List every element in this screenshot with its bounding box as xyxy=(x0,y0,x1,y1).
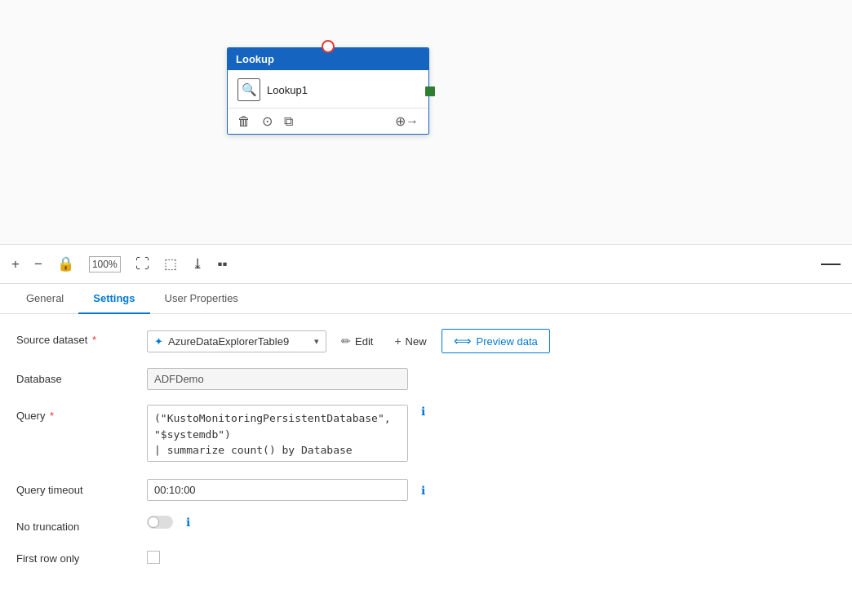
query-control: ("KustoMonitoringPersistentDatabase", "$… xyxy=(147,405,836,464)
fit-view-icon[interactable]: ⛶ xyxy=(135,256,149,273)
canvas-area: Lookup 🔍 Lookup1 🗑 ⊙ ⧉ ⊕→ xyxy=(0,0,852,245)
toolbar: + − 🔒 100% ⛶ ⬚ ⤓ ▪▪ xyxy=(0,245,852,284)
query-timeout-input[interactable] xyxy=(147,479,408,501)
query-timeout-control: ℹ xyxy=(147,479,836,501)
node-title: Lookup xyxy=(236,53,274,65)
edit-button[interactable]: ✏ Edit xyxy=(335,330,379,352)
source-dataset-value: AzureDataExplorerTable9 xyxy=(168,335,289,348)
first-row-only-checkbox-wrapper xyxy=(147,547,836,564)
query-label: Query * xyxy=(16,405,147,422)
lookup-node-body: 🔍 Lookup1 xyxy=(228,70,428,109)
no-truncation-toggle[interactable] xyxy=(147,516,173,529)
tab-settings[interactable]: Settings xyxy=(78,284,149,314)
node-actions: 🗑 ⊙ ⧉ ⊕→ xyxy=(228,109,428,134)
new-label: New xyxy=(406,335,427,348)
source-dataset-dropdown[interactable]: ✦ AzureDataExplorerTable9 ▾ xyxy=(147,330,326,352)
edit-label: Edit xyxy=(355,335,373,348)
preview-label: Preview data xyxy=(477,335,538,348)
settings-icon[interactable]: ⊙ xyxy=(262,113,273,129)
copy-icon[interactable]: ⧉ xyxy=(284,114,293,129)
lookup-node[interactable]: Lookup 🔍 Lookup1 🗑 ⊙ ⧉ ⊕→ xyxy=(227,47,429,135)
toggle-thumb xyxy=(148,516,159,528)
tabs: General Settings User Properties xyxy=(0,284,852,314)
preview-icon: ⟺ xyxy=(454,334,472,348)
preview-data-button[interactable]: ⟺ Preview data xyxy=(442,329,550,353)
toolbar-separator xyxy=(821,264,841,265)
lock-icon[interactable]: 🔒 xyxy=(57,255,74,273)
dropdown-caret-icon: ▾ xyxy=(314,336,319,347)
first-row-only-label: First row only xyxy=(16,547,147,565)
adx-icon: ✦ xyxy=(154,335,163,348)
node-label: Lookup1 xyxy=(267,84,308,96)
no-truncation-row: No truncation ℹ xyxy=(16,516,836,533)
query-timeout-label: Query timeout xyxy=(16,479,147,496)
search-icon: 🔍 xyxy=(242,82,257,97)
no-truncation-label: No truncation xyxy=(16,516,147,533)
query-textarea-wrapper: ("KustoMonitoringPersistentDatabase", "$… xyxy=(147,405,408,464)
first-row-only-control xyxy=(147,547,836,564)
timeout-info-icon[interactable]: ℹ xyxy=(421,484,425,497)
auto-layout-icon[interactable]: ⤓ xyxy=(192,255,203,273)
zoom-out-icon[interactable]: − xyxy=(34,256,42,273)
node-output-port xyxy=(425,86,435,96)
source-dataset-label: Source dataset * xyxy=(16,329,147,346)
source-dataset-control: ✦ AzureDataExplorerTable9 ▾ ✏ Edit + New… xyxy=(147,329,836,353)
no-truncation-control: ℹ xyxy=(147,516,836,529)
database-row: Database xyxy=(16,368,836,390)
select-icon[interactable]: ⬚ xyxy=(164,255,177,273)
query-row: Query * ("KustoMonitoringPersistentDatab… xyxy=(16,405,836,464)
settings-panel: Source dataset * ✦ AzureDataExplorerTabl… xyxy=(0,314,852,594)
first-row-only-row: First row only xyxy=(16,547,836,565)
lookup-icon-box: 🔍 xyxy=(237,78,260,101)
connect-icon[interactable]: ⊕→ xyxy=(395,113,419,129)
plus-icon: + xyxy=(394,335,401,348)
zoom-in-icon[interactable]: + xyxy=(11,256,20,273)
first-row-only-checkbox[interactable] xyxy=(147,551,160,564)
required-star: * xyxy=(89,334,96,346)
query-timeout-row: Query timeout ℹ xyxy=(16,479,836,501)
zoom-100-icon[interactable]: 100% xyxy=(89,256,121,273)
new-button[interactable]: + New xyxy=(388,330,433,352)
no-truncation-info-icon[interactable]: ℹ xyxy=(186,516,190,529)
query-required-star: * xyxy=(47,410,54,422)
database-input[interactable] xyxy=(147,368,408,390)
source-dataset-row: Source dataset * ✦ AzureDataExplorerTabl… xyxy=(16,329,836,353)
tab-general[interactable]: General xyxy=(11,284,78,314)
tab-user-properties[interactable]: User Properties xyxy=(150,284,253,314)
pencil-icon: ✏ xyxy=(341,335,351,348)
database-label: Database xyxy=(16,368,147,385)
no-truncation-toggle-wrapper: ℹ xyxy=(147,516,836,529)
query-textarea[interactable]: ("KustoMonitoringPersistentDatabase", "$… xyxy=(147,405,408,462)
query-info-icon[interactable]: ℹ xyxy=(421,405,425,418)
layers-icon[interactable]: ▪▪ xyxy=(218,256,228,273)
database-control xyxy=(147,368,836,390)
node-error-indicator xyxy=(322,40,335,53)
delete-icon[interactable]: 🗑 xyxy=(237,114,251,129)
